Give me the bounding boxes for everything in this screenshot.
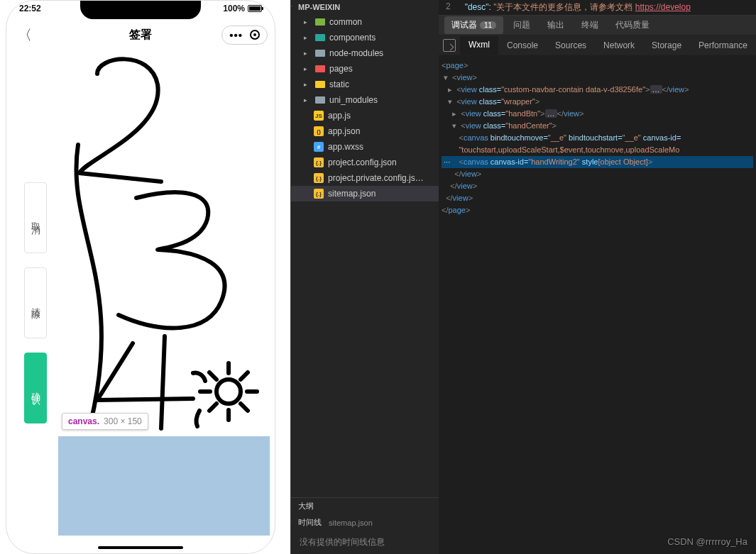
folder-common[interactable]: ▸common: [291, 14, 439, 30]
cancel-button[interactable]: 取消: [24, 182, 47, 253]
tab-output[interactable]: 输出: [540, 16, 571, 34]
folder-icon: [315, 81, 325, 88]
devtools-toolbar: Wxml Console Sources Network Storage Per…: [439, 35, 756, 55]
line-number: 2: [446, 1, 451, 13]
explorer-root[interactable]: ▾MP-WEIXIN: [291, 0, 439, 14]
file-sitemap-json[interactable]: {.}sitemap.json: [291, 186, 439, 201]
count-badge: 11: [480, 21, 496, 29]
folder-icon: [315, 65, 325, 72]
status-time: 22:52: [19, 4, 41, 13]
home-indicator: [98, 546, 183, 549]
confirm-button[interactable]: 确认: [24, 353, 47, 423]
debugger-tab-bar: 调试器11 问题 输出 终端 代码质量: [439, 16, 756, 35]
tab-wxml[interactable]: Wxml: [460, 36, 498, 55]
app-navbar: 〈 签署 •••: [6, 21, 275, 49]
canvas-overlay-highlight: [58, 436, 270, 536]
tooltip-dimensions: 300 × 150: [104, 416, 142, 426]
timeline-header[interactable]: ▾时间线sitemap.json: [291, 514, 439, 531]
tab-network[interactable]: Network: [595, 37, 643, 54]
phone-frame: 22:52 100% 〈 签署 ••• 取消 清除 确认: [6, 0, 275, 554]
file-project-config[interactable]: {.}project.config.json: [291, 155, 439, 170]
json-file-icon: {.}: [314, 173, 324, 183]
file-app-js[interactable]: JSapp.js: [291, 108, 439, 123]
folder-static[interactable]: ▸static: [291, 77, 439, 92]
watermark: CSDN @rrrrroy_Ha: [667, 536, 747, 547]
selected-dom-node[interactable]: ··· <canvas canvas-id="handWriting2" sty…: [442, 156, 753, 168]
svg-point-0: [217, 380, 241, 404]
timeline-empty-message: 没有提供的时间线信息: [291, 531, 439, 554]
tab-sources[interactable]: Sources: [547, 37, 595, 54]
file-tree[interactable]: ▸common ▸components ▸node-modules ▸pages…: [291, 14, 439, 497]
json-file-icon: {.}: [314, 189, 324, 199]
miniprogram-capsule[interactable]: •••: [221, 26, 268, 45]
file-app-json[interactable]: {}app.json: [291, 123, 439, 139]
inspector-tooltip: canvas.300 × 150: [62, 413, 148, 430]
json-file-icon: {}: [314, 126, 324, 136]
wxss-file-icon: #: [314, 142, 324, 152]
folder-components[interactable]: ▸components: [291, 30, 439, 45]
battery-percent: 100%: [223, 4, 245, 13]
phone-notch: [80, 1, 201, 19]
element-picker-icon[interactable]: [443, 39, 456, 52]
tab-debugger[interactable]: 调试器11: [444, 16, 503, 34]
editor-line[interactable]: 2 "desc": "关于本文件的更多信息，请参考文档 https://deve…: [439, 0, 756, 16]
outline-header[interactable]: ▸大纲: [291, 498, 439, 514]
clear-button[interactable]: 清除: [24, 267, 47, 338]
explorer-panel: ▾MP-WEIXIN ▸common ▸components ▸node-mod…: [291, 0, 439, 554]
tab-console[interactable]: Console: [498, 37, 547, 54]
folder-node-modules[interactable]: ▸node-modules: [291, 45, 439, 61]
folder-pages[interactable]: ▸pages: [291, 61, 439, 77]
devtools-panel: 2 "desc": "关于本文件的更多信息，请参考文档 https://deve…: [439, 0, 756, 554]
file-app-wxss[interactable]: #app.wxss: [291, 139, 439, 155]
tab-problems[interactable]: 问题: [506, 16, 537, 34]
close-target-icon[interactable]: [250, 30, 260, 40]
tab-performance[interactable]: Performance: [690, 37, 756, 54]
tab-terminal[interactable]: 终端: [574, 16, 606, 34]
folder-icon: [315, 50, 325, 57]
battery-icon: [248, 5, 262, 12]
file-project-private-config[interactable]: {.}project.private.config.js…: [291, 170, 439, 186]
signature-canvas[interactable]: [58, 52, 270, 436]
page-title: 签署: [129, 28, 152, 43]
back-icon[interactable]: 〈: [13, 23, 36, 48]
menu-dots-icon[interactable]: •••: [229, 29, 243, 41]
tab-code-quality[interactable]: 代码质量: [608, 16, 657, 34]
folder-uni-modules[interactable]: ▸uni_modules: [291, 92, 439, 108]
json-file-icon: {.}: [314, 157, 324, 167]
tooltip-tag: canvas.: [68, 416, 99, 426]
folder-icon: [315, 18, 325, 26]
wxml-dom-tree[interactable]: <page> ▾<view> ▸<view class="custom-navb…: [439, 55, 756, 554]
tab-storage[interactable]: Storage: [643, 37, 690, 54]
folder-icon: [315, 34, 325, 41]
chevron-right-icon: ▸: [304, 18, 311, 26]
simulator-panel: 22:52 100% 〈 签署 ••• 取消 清除 确认: [0, 0, 291, 554]
folder-icon: [315, 96, 325, 104]
js-file-icon: JS: [314, 111, 324, 121]
